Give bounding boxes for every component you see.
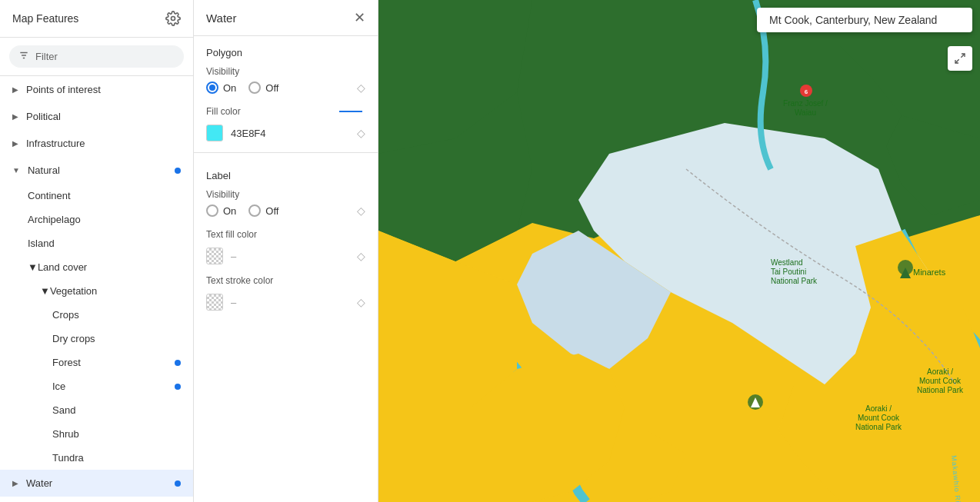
sidebar-item-background[interactable]: ▶ Background <box>0 497 193 502</box>
visibility-label-polygon: Visibility <box>194 63 378 78</box>
sidebar-item-label: Points of interest <box>26 84 101 95</box>
sidebar-item-label: Shrub <box>52 428 79 440</box>
label-visibility-on[interactable]: On <box>206 204 236 217</box>
map-search-bar[interactable]: Mt Cook, Canterbury, New Zealand <box>757 8 972 32</box>
sidebar-item-island[interactable]: Island <box>0 231 193 255</box>
sidebar-item-label: Vegetation <box>50 285 97 297</box>
svg-text:Westland: Westland <box>771 258 803 267</box>
diamond-icon-text-fill[interactable]: ◇ <box>357 250 365 262</box>
sidebar-item-vegetation[interactable]: ▼ Vegetation <box>0 279 193 303</box>
natural-dot <box>175 168 181 174</box>
sidebar-item-land-cover[interactable]: ▼ Land cover <box>0 255 193 279</box>
chevron-down-icon: ▼ <box>40 285 50 297</box>
close-button[interactable]: ✕ <box>354 11 365 25</box>
radio-off-label: Off <box>265 205 278 217</box>
sidebar-item-label: Dry crops <box>52 333 95 344</box>
sidebar-item-label: Archipelago <box>28 214 81 225</box>
diamond-icon-polygon-vis[interactable]: ◇ <box>357 81 365 94</box>
middle-panel: Water ✕ Polygon Visibility On Off ◇ Fill… <box>194 0 378 502</box>
svg-line-50 <box>961 54 965 58</box>
checkerboard-stroke-swatch[interactable] <box>206 294 223 311</box>
svg-point-21 <box>898 260 913 275</box>
text-fill-color-row: – ◇ <box>194 243 378 269</box>
text-fill-color-value: – <box>231 251 236 262</box>
sidebar-item-water[interactable]: ▶ Water <box>0 470 193 497</box>
svg-text:Waiau: Waiau <box>795 108 816 117</box>
chevron-right-icon: ▶ <box>12 85 18 94</box>
sidebar-item-crops[interactable]: Crops <box>0 303 193 327</box>
fill-color-line <box>339 111 362 112</box>
radio-on-circle <box>206 204 218 217</box>
chevron-right-icon: ▶ <box>12 479 18 487</box>
sidebar-item-shrub[interactable]: Shrub <box>0 422 193 446</box>
label-visibility-group: On Off ◇ <box>194 201 378 223</box>
sidebar-item-infrastructure[interactable]: ▶ Infrastructure <box>0 130 193 157</box>
sidebar-item-political[interactable]: ▶ Political <box>0 103 193 130</box>
sidebar-item-label: Political <box>26 111 61 122</box>
text-fill-color-label: Text fill color <box>194 223 378 243</box>
svg-text:Mount Cook: Mount Cook <box>858 414 900 422</box>
water-dot <box>175 480 181 487</box>
sidebar-item-label: Forest <box>52 357 81 368</box>
chevron-down-icon: ▼ <box>12 166 20 175</box>
filter-icon <box>18 50 29 63</box>
sidebar-item-continent[interactable]: Continent <box>0 184 193 208</box>
sidebar-item-label: Continent <box>28 190 71 201</box>
radio-off-circle <box>248 81 261 94</box>
fill-color-row: 43E8F4 ◇ <box>194 120 378 146</box>
fill-color-swatch[interactable] <box>206 125 223 141</box>
expand-icon <box>954 52 966 65</box>
sidebar-item-points-of-interest[interactable]: ▶ Points of interest <box>0 76 193 103</box>
sidebar-item-natural[interactable]: ▼ Natural <box>0 157 193 184</box>
left-panel-title: Map Features <box>12 12 78 25</box>
left-panel: Map Features Filter ▶ Points of interest… <box>0 0 194 502</box>
diamond-icon-label-vis[interactable]: ◇ <box>357 204 365 217</box>
map-expand-button[interactable] <box>948 46 972 71</box>
label-visibility-off[interactable]: Off <box>248 204 278 217</box>
checkerboard-swatch[interactable] <box>206 248 223 264</box>
svg-line-51 <box>955 59 959 63</box>
sidebar-item-archipelago[interactable]: Archipelago <box>0 208 193 231</box>
sidebar-item-sand[interactable]: Sand <box>0 398 193 422</box>
label-section-label: Label <box>194 159 378 186</box>
radio-off-label: Off <box>265 82 278 94</box>
chevron-right-icon: ▶ <box>12 112 18 121</box>
middle-panel-title: Water <box>206 12 236 25</box>
svg-text:Tai Poutini: Tai Poutini <box>771 268 806 276</box>
text-stroke-color-row: – ◇ <box>194 289 378 315</box>
polygon-section-label: Polygon <box>194 36 378 63</box>
svg-text:Aoraki /: Aoraki / <box>865 404 892 413</box>
chevron-down-icon: ▼ <box>28 261 38 273</box>
map-area: 6 Franz Josef / Waiau Minarets Mount D'A… <box>378 0 980 502</box>
diamond-icon-text-stroke[interactable]: ◇ <box>357 296 365 308</box>
filter-label: Filter <box>35 51 58 62</box>
sidebar-item-ice[interactable]: Ice <box>0 374 193 398</box>
radio-on-label: On <box>223 205 236 217</box>
svg-text:National Park: National Park <box>855 423 902 431</box>
sidebar-item-tundra[interactable]: Tundra <box>0 446 193 470</box>
sidebar-item-label: Crops <box>52 309 79 321</box>
diamond-icon-fill-color[interactable]: ◇ <box>357 127 365 139</box>
map-svg: 6 Franz Josef / Waiau Minarets Mount D'A… <box>378 0 980 502</box>
text-stroke-color-value: – <box>231 297 236 308</box>
gear-icon[interactable] <box>165 11 181 26</box>
polygon-visibility-on[interactable]: On <box>206 81 236 94</box>
ice-dot <box>175 384 181 390</box>
sidebar-item-dry-crops[interactable]: Dry crops <box>0 327 193 351</box>
left-header: Map Features <box>0 0 193 38</box>
svg-text:Franz Josef /: Franz Josef / <box>783 99 828 108</box>
filter-bar: Filter <box>0 38 193 76</box>
filter-input[interactable]: Filter <box>9 45 184 68</box>
chevron-right-icon: ▶ <box>12 139 18 148</box>
polygon-visibility-off[interactable]: Off <box>248 81 278 94</box>
section-divider <box>194 152 378 153</box>
polygon-visibility-group: On Off ◇ <box>194 78 378 100</box>
svg-text:Mount Cook: Mount Cook <box>919 377 962 385</box>
map-search-text: Mt Cook, Canterbury, New Zealand <box>769 14 937 26</box>
fill-color-hex: 43E8F4 <box>231 128 349 139</box>
visibility-label-label: Visibility <box>194 186 378 201</box>
sidebar-item-forest[interactable]: Forest <box>0 351 193 374</box>
svg-text:6: 6 <box>805 88 808 95</box>
sidebar-item-label: Ice <box>52 381 65 392</box>
radio-on-label: On <box>223 82 236 94</box>
